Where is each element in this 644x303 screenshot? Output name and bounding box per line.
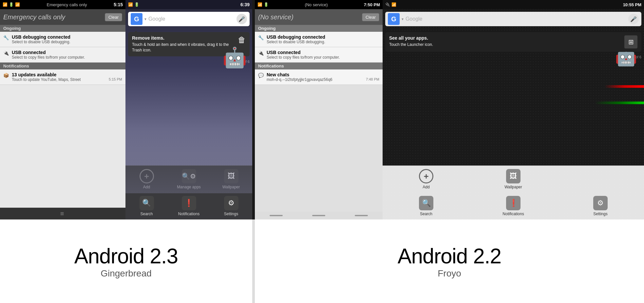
- home-time-23: 6:39: [240, 2, 250, 7]
- android23-label-section: Android 2.3 Gingerbread: [0, 219, 252, 303]
- apps-grid-row2-22: 🔍 Search ❗ Notifications ⚙ Settings: [383, 193, 644, 219]
- home-status-left-23: 📶 🔋: [128, 2, 139, 7]
- menu-dots-23: ≡: [60, 210, 66, 218]
- search-dropdown-arrow-23: ▼: [144, 17, 147, 21]
- scroll-indicator-22: [255, 212, 383, 219]
- updates-title-23: 13 updates available: [12, 72, 122, 77]
- notif-item-chats-22[interactable]: 💬 New chats moh-d-q.--1i2tsfptyjjkr1gpva…: [255, 69, 383, 85]
- ongoing-label-23: Ongoing: [0, 25, 125, 32]
- usb-title-22: USB connected: [267, 50, 379, 55]
- android22-label-section: Android 2.2 Froyo: [255, 219, 644, 303]
- app-notifications-22[interactable]: ❗ Notifications: [470, 193, 557, 219]
- chats-title-22: New chats: [267, 72, 379, 77]
- app-wallpaper-label-22: Wallpaper: [504, 185, 522, 189]
- wifi-icon-22: 📶: [257, 2, 262, 7]
- tooltip-bubble-22: See all your apps. Touch the Launcher ic…: [385, 32, 641, 52]
- status-bar-22: 📶 🔋 (No service) 7:50 PM: [255, 0, 383, 9]
- notifications-label-23: Notifications: [0, 63, 125, 69]
- usb-title-23: USB connected: [12, 50, 122, 55]
- light-strip-red-22: [605, 85, 644, 88]
- home-usb-icon-22: 🔌: [385, 2, 390, 7]
- app-settings-icon-22: ⚙: [593, 196, 608, 210]
- android22-version-subtitle: Froyo: [438, 268, 461, 279]
- bottom-bar-23: ≡: [0, 208, 125, 219]
- app-settings-label-23: Settings: [224, 212, 238, 216]
- notif-item-usb-22[interactable]: 🔌 USB connected Select to copy files to/…: [255, 47, 383, 63]
- search-input-23[interactable]: Google: [148, 16, 237, 22]
- status-bar-right-22: 7:50 PM: [364, 2, 380, 7]
- notif-item-usb-23[interactable]: 🔌 USB connected Select to copy files to/…: [0, 47, 125, 63]
- app-wallpaper-22[interactable]: 🖼 Wallpaper: [470, 166, 557, 193]
- status-bar-23: 📶 🔋 📶 Emergency calls only 5:15: [0, 0, 125, 9]
- mic-button-23[interactable]: 🎤: [237, 14, 247, 24]
- app-settings-label-22: Settings: [593, 212, 607, 216]
- tooltip-text-23: Touch & hold an item and when it vibrate…: [132, 42, 235, 53]
- status-bar-home-23: 📶 🔋 6:39: [125, 0, 252, 9]
- app-add-label-22: Add: [423, 185, 429, 189]
- app-add-icon-22: +: [419, 169, 433, 183]
- google-logo-23: G: [131, 13, 142, 25]
- updates-sub-23: Touch to update YouTube, Maps, Street 5:…: [12, 77, 122, 82]
- app-notifications-23[interactable]: ❗ Notifications: [168, 193, 210, 219]
- search-dropdown-22: ▼: [401, 17, 404, 21]
- page-indicator-22: 1 of 6: [383, 55, 644, 59]
- android-robot-23: 🤖: [222, 46, 247, 69]
- battery-icon-22: 🔋: [264, 2, 269, 7]
- android23-version-subtitle: Gingerbread: [101, 268, 152, 279]
- section-divider-label: [252, 219, 255, 303]
- usb-debug-icon-23: 🔧: [3, 35, 9, 40]
- notif-item-usb-debug-23[interactable]: 🔧 USB debugging connected Select to disa…: [0, 32, 125, 47]
- notif-shade-android23: 📶 🔋 📶 Emergency calls only 5:15 Emergenc…: [0, 0, 125, 219]
- time-23: 5:15: [114, 2, 123, 7]
- app-settings-23[interactable]: ⚙ Settings: [210, 193, 252, 219]
- usb-sub-22: Select to copy files to/from your comput…: [267, 55, 379, 60]
- tooltip-text-22: Touch the Launcher icon.: [389, 42, 433, 47]
- usb-debug-sub-23: Select to disable USB debugging.: [12, 40, 122, 44]
- scroll-handle-22: [270, 215, 283, 216]
- google-search-bar-23[interactable]: G ▼ Google 🎤: [128, 12, 250, 26]
- notif-item-updates-23[interactable]: 📦 13 updates available Touch to update Y…: [0, 69, 125, 85]
- search-input-22[interactable]: Google: [406, 16, 628, 22]
- google-logo-22: G: [388, 13, 400, 25]
- tooltip-title-22: See all your apps.: [389, 35, 433, 41]
- clear-button-22[interactable]: Clear: [362, 13, 379, 21]
- notif-header-text-23: Emergency calls only: [3, 13, 65, 21]
- google-search-bar-22[interactable]: G ▼ Google 🎤: [385, 12, 641, 26]
- clear-button-23[interactable]: Clear: [105, 13, 122, 21]
- carrier-text-23: Emergency calls only: [47, 2, 87, 7]
- trash-icon-23: 🗑: [238, 35, 246, 45]
- android23-version-title: Android 2.3: [74, 244, 178, 268]
- updates-icon-23: 📦: [3, 73, 9, 78]
- usb-debug-title-23: USB debugging connected: [12, 34, 122, 40]
- status-bar-home-22: 🔌 📶 10:55 PM: [383, 0, 644, 9]
- android22-version-title: Android 2.2: [398, 244, 501, 268]
- app-search-label-22: Search: [420, 212, 432, 216]
- app-settings-22[interactable]: ⚙ Settings: [557, 193, 644, 219]
- empty-notif-area-22: [255, 85, 383, 212]
- notif-header-22: (No service) Clear: [255, 9, 383, 25]
- mic-button-22[interactable]: 🎤: [628, 14, 639, 24]
- usb-debug-icon-22: 🔧: [258, 35, 264, 40]
- notif-item-usb-debug-22[interactable]: 🔧 USB debugging connected Select to disa…: [255, 32, 383, 47]
- app-search-22[interactable]: 🔍 Search: [383, 193, 470, 219]
- status-bar-left-23: 📶 🔋 📶: [3, 2, 20, 7]
- light-strip-green-22: [595, 102, 644, 104]
- usb-sub-23: Select to copy files to/from your comput…: [12, 55, 122, 60]
- chats-time-22: 7:48 PM: [366, 77, 379, 81]
- google-g-letter-22: G: [391, 15, 396, 23]
- app-add-22[interactable]: + Add: [383, 166, 470, 193]
- google-g-letter-23: G: [134, 15, 139, 23]
- updates-time-23: 5:15 PM: [109, 77, 122, 81]
- ongoing-label-22: Ongoing: [255, 25, 383, 32]
- home-wifi-icon-22: 📶: [391, 2, 396, 7]
- app-notifications-label-22: Notifications: [502, 212, 524, 216]
- status-bar-left-22: 📶 🔋: [257, 2, 269, 7]
- usb-debug-sub-22: Select to disable USB debugging.: [267, 40, 379, 44]
- app-search-23[interactable]: 🔍 Search: [125, 193, 168, 219]
- app-wallpaper-icon-22: 🖼: [506, 169, 521, 183]
- wifi-icon-23: 📶: [3, 2, 8, 7]
- notif-header-23: Emergency calls only Clear: [0, 9, 125, 25]
- app-settings-icon-23: ⚙: [224, 196, 238, 210]
- app-notifications-icon-22: ❗: [506, 196, 521, 210]
- home-battery-icon-23: 🔋: [134, 2, 139, 7]
